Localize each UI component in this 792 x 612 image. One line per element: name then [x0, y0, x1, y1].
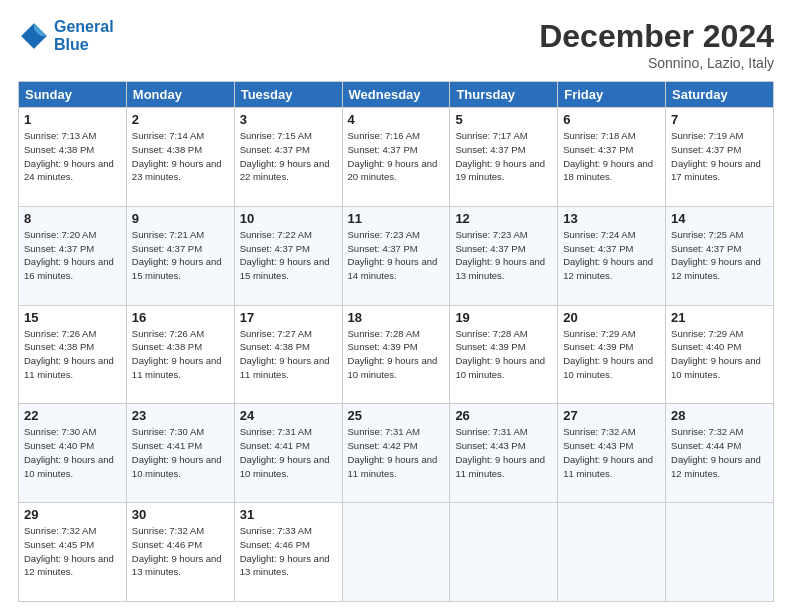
day-cell-30: 30 Sunrise: 7:32 AMSunset: 4:46 PMDaylig… — [126, 503, 234, 602]
day-cell-1: 1 Sunrise: 7:13 AMSunset: 4:38 PMDayligh… — [19, 108, 127, 207]
day-cell-23: 23 Sunrise: 7:30 AMSunset: 4:41 PMDaylig… — [126, 404, 234, 503]
day-cell-26: 26 Sunrise: 7:31 AMSunset: 4:43 PMDaylig… — [450, 404, 558, 503]
title-section: December 2024 Sonnino, Lazio, Italy — [539, 18, 774, 71]
col-wednesday: Wednesday — [342, 82, 450, 108]
day-cell-10: 10 Sunrise: 7:22 AMSunset: 4:37 PMDaylig… — [234, 206, 342, 305]
day-cell-25: 25 Sunrise: 7:31 AMSunset: 4:42 PMDaylig… — [342, 404, 450, 503]
day-cell-19: 19 Sunrise: 7:28 AMSunset: 4:39 PMDaylig… — [450, 305, 558, 404]
col-friday: Friday — [558, 82, 666, 108]
table-row: 22 Sunrise: 7:30 AMSunset: 4:40 PMDaylig… — [19, 404, 774, 503]
month-title: December 2024 — [539, 18, 774, 55]
day-cell-12: 12 Sunrise: 7:23 AMSunset: 4:37 PMDaylig… — [450, 206, 558, 305]
col-tuesday: Tuesday — [234, 82, 342, 108]
day-cell-31: 31 Sunrise: 7:33 AMSunset: 4:46 PMDaylig… — [234, 503, 342, 602]
day-cell-16: 16 Sunrise: 7:26 AMSunset: 4:38 PMDaylig… — [126, 305, 234, 404]
logo: General Blue — [18, 18, 114, 54]
day-cell-29: 29 Sunrise: 7:32 AMSunset: 4:45 PMDaylig… — [19, 503, 127, 602]
day-cell-15: 15 Sunrise: 7:26 AMSunset: 4:38 PMDaylig… — [19, 305, 127, 404]
day-cell-28: 28 Sunrise: 7:32 AMSunset: 4:44 PMDaylig… — [666, 404, 774, 503]
day-cell-2: 2 Sunrise: 7:14 AMSunset: 4:38 PMDayligh… — [126, 108, 234, 207]
day-cell-17: 17 Sunrise: 7:27 AMSunset: 4:38 PMDaylig… — [234, 305, 342, 404]
day-cell-5: 5 Sunrise: 7:17 AMSunset: 4:37 PMDayligh… — [450, 108, 558, 207]
empty-cell — [666, 503, 774, 602]
day-cell-7: 7 Sunrise: 7:19 AMSunset: 4:37 PMDayligh… — [666, 108, 774, 207]
day-cell-14: 14 Sunrise: 7:25 AMSunset: 4:37 PMDaylig… — [666, 206, 774, 305]
day-cell-3: 3 Sunrise: 7:15 AMSunset: 4:37 PMDayligh… — [234, 108, 342, 207]
col-thursday: Thursday — [450, 82, 558, 108]
table-row: 29 Sunrise: 7:32 AMSunset: 4:45 PMDaylig… — [19, 503, 774, 602]
empty-cell — [342, 503, 450, 602]
logo-text: General Blue — [54, 18, 114, 54]
col-saturday: Saturday — [666, 82, 774, 108]
day-cell-27: 27 Sunrise: 7:32 AMSunset: 4:43 PMDaylig… — [558, 404, 666, 503]
col-sunday: Sunday — [19, 82, 127, 108]
logo-icon — [18, 20, 50, 52]
day-cell-24: 24 Sunrise: 7:31 AMSunset: 4:41 PMDaylig… — [234, 404, 342, 503]
day-cell-18: 18 Sunrise: 7:28 AMSunset: 4:39 PMDaylig… — [342, 305, 450, 404]
calendar-page: General Blue December 2024 Sonnino, Lazi… — [0, 0, 792, 612]
table-row: 8 Sunrise: 7:20 AMSunset: 4:37 PMDayligh… — [19, 206, 774, 305]
day-cell-8: 8 Sunrise: 7:20 AMSunset: 4:37 PMDayligh… — [19, 206, 127, 305]
day-cell-11: 11 Sunrise: 7:23 AMSunset: 4:37 PMDaylig… — [342, 206, 450, 305]
empty-cell — [450, 503, 558, 602]
day-cell-9: 9 Sunrise: 7:21 AMSunset: 4:37 PMDayligh… — [126, 206, 234, 305]
location: Sonnino, Lazio, Italy — [539, 55, 774, 71]
day-cell-4: 4 Sunrise: 7:16 AMSunset: 4:37 PMDayligh… — [342, 108, 450, 207]
calendar-table: Sunday Monday Tuesday Wednesday Thursday… — [18, 81, 774, 602]
day-cell-22: 22 Sunrise: 7:30 AMSunset: 4:40 PMDaylig… — [19, 404, 127, 503]
day-cell-21: 21 Sunrise: 7:29 AMSunset: 4:40 PMDaylig… — [666, 305, 774, 404]
day-cell-20: 20 Sunrise: 7:29 AMSunset: 4:39 PMDaylig… — [558, 305, 666, 404]
empty-cell — [558, 503, 666, 602]
table-row: 15 Sunrise: 7:26 AMSunset: 4:38 PMDaylig… — [19, 305, 774, 404]
day-cell-13: 13 Sunrise: 7:24 AMSunset: 4:37 PMDaylig… — [558, 206, 666, 305]
header: General Blue December 2024 Sonnino, Lazi… — [18, 18, 774, 71]
table-row: 1 Sunrise: 7:13 AMSunset: 4:38 PMDayligh… — [19, 108, 774, 207]
day-cell-6: 6 Sunrise: 7:18 AMSunset: 4:37 PMDayligh… — [558, 108, 666, 207]
col-monday: Monday — [126, 82, 234, 108]
